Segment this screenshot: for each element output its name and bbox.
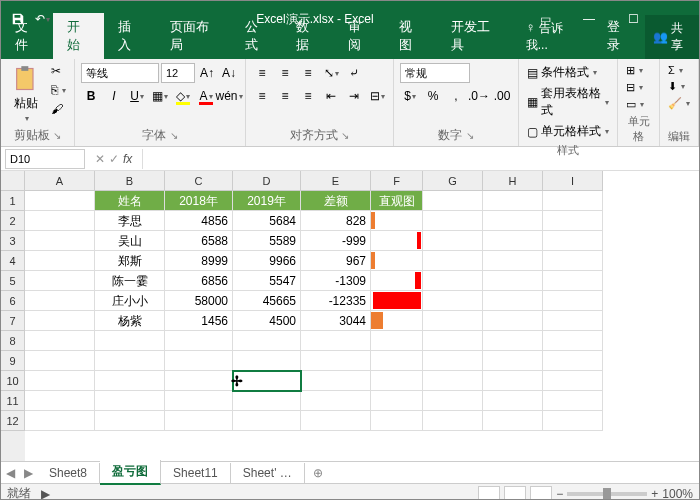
cell[interactable] — [483, 291, 543, 311]
cell[interactable] — [371, 411, 423, 431]
page-break-view-icon[interactable] — [530, 486, 552, 501]
cell[interactable]: 3044 — [301, 311, 371, 331]
sheet-tab[interactable]: Sheet8 — [37, 463, 100, 483]
orientation-icon[interactable]: ⤡▾ — [321, 63, 341, 83]
row-header[interactable]: 8 — [1, 331, 25, 351]
align-top-icon[interactable]: ≡ — [252, 63, 272, 83]
cell[interactable] — [233, 391, 301, 411]
cell[interactable] — [423, 271, 483, 291]
cell[interactable]: -1309 — [301, 271, 371, 291]
cell[interactable] — [233, 331, 301, 351]
cancel-formula-icon[interactable]: ✕ — [95, 152, 105, 166]
row-header[interactable]: 9 — [1, 351, 25, 371]
cell[interactable] — [165, 351, 233, 371]
paste-button[interactable]: 粘贴▾ — [7, 63, 45, 125]
cell[interactable] — [95, 351, 165, 371]
select-all-corner[interactable] — [1, 171, 25, 191]
row-header[interactable]: 1 — [1, 191, 25, 211]
italic-button[interactable]: I — [104, 86, 124, 106]
cell[interactable] — [483, 191, 543, 211]
clear-button[interactable]: 🧹▾ — [666, 96, 692, 111]
cell[interactable] — [371, 271, 423, 291]
cell[interactable] — [423, 291, 483, 311]
cell[interactable] — [95, 331, 165, 351]
cell[interactable] — [371, 371, 423, 391]
cell[interactable]: 5547 — [233, 271, 301, 291]
tab-layout[interactable]: 页面布局 — [156, 13, 231, 59]
cell[interactable] — [423, 331, 483, 351]
cell[interactable]: 6856 — [165, 271, 233, 291]
sheet-nav-prev-icon[interactable]: ◀ — [1, 466, 19, 480]
cell[interactable] — [25, 251, 95, 271]
cell[interactable]: 庄小小 — [95, 291, 165, 311]
cell[interactable] — [371, 231, 423, 251]
cell[interactable] — [543, 371, 603, 391]
cell[interactable] — [423, 351, 483, 371]
cell[interactable]: 1456 — [165, 311, 233, 331]
cell[interactable]: 4500 — [233, 311, 301, 331]
zoom-slider[interactable] — [567, 492, 647, 496]
cell[interactable]: 6588 — [165, 231, 233, 251]
col-header[interactable]: A — [25, 171, 95, 191]
decrease-decimal-icon[interactable]: .00 — [492, 86, 512, 106]
cell[interactable]: 8999 — [165, 251, 233, 271]
cell[interactable] — [543, 351, 603, 371]
cell[interactable] — [543, 231, 603, 251]
row-header[interactable]: 4 — [1, 251, 25, 271]
page-layout-view-icon[interactable] — [504, 486, 526, 501]
align-launcher-icon[interactable]: ↘ — [341, 130, 349, 141]
cell[interactable] — [233, 411, 301, 431]
cell[interactable] — [165, 391, 233, 411]
cell[interactable] — [483, 391, 543, 411]
cell[interactable] — [25, 291, 95, 311]
font-color-button[interactable]: A▾ — [196, 86, 216, 106]
col-header[interactable]: E — [301, 171, 371, 191]
cell[interactable] — [543, 331, 603, 351]
name-box[interactable]: D10 — [5, 149, 85, 169]
percent-icon[interactable]: % — [423, 86, 443, 106]
insert-cells-button[interactable]: ⊞▾ — [624, 63, 645, 78]
copy-button[interactable]: ⎘▾ — [49, 82, 68, 98]
cell[interactable]: 5589 — [233, 231, 301, 251]
border-button[interactable]: ▦▾ — [150, 86, 170, 106]
align-bottom-icon[interactable]: ≡ — [298, 63, 318, 83]
row-header[interactable]: 2 — [1, 211, 25, 231]
cell[interactable] — [543, 271, 603, 291]
share-button[interactable]: 👥共享 — [645, 15, 699, 59]
row-header[interactable]: 10 — [1, 371, 25, 391]
currency-icon[interactable]: $▾ — [400, 86, 420, 106]
cell[interactable]: 姓名 — [95, 191, 165, 211]
cell[interactable] — [371, 211, 423, 231]
cell[interactable] — [543, 411, 603, 431]
cell[interactable] — [25, 191, 95, 211]
increase-decimal-icon[interactable]: .0→ — [469, 86, 489, 106]
row-header[interactable]: 3 — [1, 231, 25, 251]
indent-inc-icon[interactable]: ⇥ — [344, 86, 364, 106]
cell[interactable] — [165, 371, 233, 391]
tab-dev[interactable]: 开发工具 — [437, 13, 512, 59]
cell[interactable] — [483, 411, 543, 431]
font-name-combo[interactable]: 等线 — [81, 63, 159, 83]
table-format-button[interactable]: ▦套用表格格式▾ — [525, 84, 611, 120]
sheet-tab[interactable]: 盈亏图 — [100, 460, 161, 485]
align-center-icon[interactable]: ≡ — [275, 86, 295, 106]
cell[interactable] — [301, 371, 371, 391]
clipboard-launcher-icon[interactable]: ↘ — [53, 130, 61, 141]
col-header[interactable]: F — [371, 171, 423, 191]
sheet-nav-next-icon[interactable]: ▶ — [19, 466, 37, 480]
cell[interactable] — [483, 371, 543, 391]
cell[interactable] — [371, 251, 423, 271]
align-left-icon[interactable]: ≡ — [252, 86, 272, 106]
cell[interactable] — [371, 351, 423, 371]
col-header[interactable]: G — [423, 171, 483, 191]
cell[interactable] — [25, 411, 95, 431]
cell[interactable]: 5684 — [233, 211, 301, 231]
cell[interactable] — [543, 291, 603, 311]
col-header[interactable]: D — [233, 171, 301, 191]
cell[interactable] — [371, 311, 423, 331]
cell[interactable] — [423, 191, 483, 211]
cell[interactable] — [423, 311, 483, 331]
comma-icon[interactable]: , — [446, 86, 466, 106]
cell[interactable] — [483, 351, 543, 371]
cell[interactable] — [25, 331, 95, 351]
